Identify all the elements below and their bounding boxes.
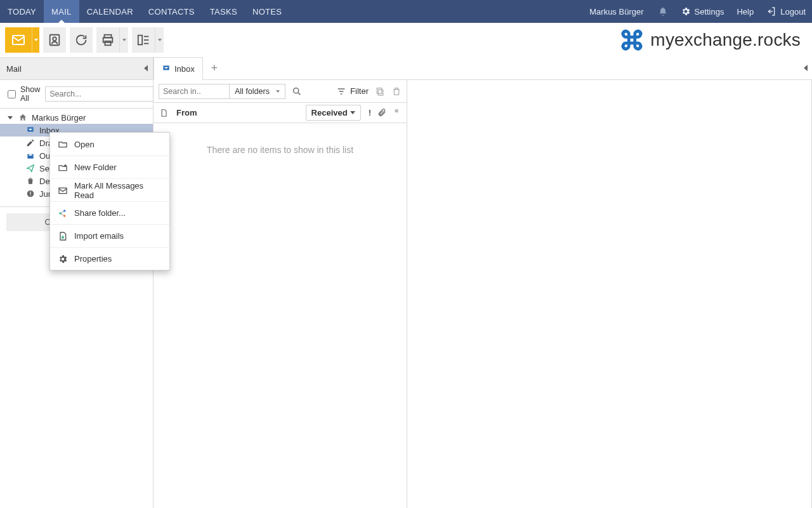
list-toolbar: All folders Filter (154, 80, 407, 103)
show-all-label: Show All (20, 85, 40, 103)
collapse-sidebar-button[interactable] (144, 64, 148, 74)
layout-dropdown[interactable] (155, 27, 164, 53)
ctx-label: Open (74, 140, 95, 149)
new-mail-dropdown[interactable] (32, 27, 39, 53)
tool-group (5, 27, 164, 53)
topnav-contacts[interactable]: CONTACTS (141, 0, 202, 23)
sidebar-search-row: Show All (0, 80, 153, 109)
copy-icon (375, 86, 385, 97)
filter-icon (336, 86, 346, 97)
brand-text: myexchange.rocks (650, 30, 801, 50)
ctx-open[interactable]: Open (50, 133, 169, 156)
new-mail-button[interactable] (5, 27, 32, 53)
ctx-label: Import emails (74, 231, 124, 241)
topnav-notes[interactable]: NOTES (245, 0, 289, 23)
column-received-label: Received (311, 108, 348, 117)
folder-open-icon (58, 139, 68, 149)
show-all-checkbox-input[interactable] (8, 90, 16, 98)
layout-button[interactable] (132, 27, 155, 53)
add-tab-button[interactable]: + (207, 57, 222, 79)
caret-down-icon (276, 90, 280, 93)
inbox-icon (162, 64, 171, 73)
topnav-calendar[interactable]: CALENDAR (79, 0, 141, 23)
sent-icon (25, 163, 36, 173)
svg-rect-11 (30, 192, 30, 195)
print-split (96, 27, 128, 53)
top-right: Markus Bürger Settings Help Logout (582, 0, 812, 23)
sidebar-search-input[interactable] (45, 86, 154, 102)
show-all-checkbox[interactable]: Show All (5, 85, 40, 103)
select-column-icon[interactable] (159, 108, 169, 118)
trash-icon (25, 176, 36, 186)
attachment-column-icon[interactable] (377, 108, 386, 117)
list-search-input[interactable] (159, 84, 229, 98)
ctx-share-folder[interactable]: Share folder... (50, 201, 169, 224)
topnav-mail[interactable]: MAIL (44, 0, 79, 23)
column-received[interactable]: Received (306, 105, 361, 121)
svg-point-23 (59, 212, 61, 214)
empty-list-message: There are no items to show in this list (154, 123, 407, 508)
notifications-button[interactable] (652, 6, 674, 17)
preview-pane (407, 80, 812, 508)
ctx-mark-read[interactable]: Mark All Messages Read (50, 178, 169, 201)
tab-inbox[interactable]: Inbox (154, 57, 203, 80)
content-body: All folders Filter (154, 80, 812, 508)
folder-context-menu: Open New Folder Mark All Messages Read S… (49, 132, 170, 271)
message-list-pane: All folders Filter (154, 80, 407, 508)
gear-icon (681, 6, 691, 17)
ctx-label: New Folder (74, 163, 116, 172)
flag-column-icon[interactable] (393, 108, 402, 117)
ctx-properties[interactable]: Properties (50, 247, 169, 270)
svg-point-24 (63, 210, 65, 211)
settings-button[interactable]: Settings (674, 6, 731, 17)
main-toolbar: myexchange.rocks (0, 23, 812, 57)
layout-split (132, 27, 164, 53)
svg-rect-19 (377, 88, 381, 93)
import-icon (58, 231, 68, 241)
ctx-label: Mark All Messages Read (74, 181, 162, 200)
gear-icon (58, 254, 68, 264)
main-area: Mail Show All Markus Bürger In (0, 57, 812, 508)
svg-point-13 (294, 88, 299, 93)
topnav-tasks[interactable]: TASKS (202, 0, 245, 23)
filter-button[interactable]: Filter (336, 86, 369, 97)
help-button[interactable]: Help (730, 7, 760, 17)
brand-logo-icon (620, 28, 644, 52)
print-button[interactable] (96, 27, 119, 53)
svg-rect-18 (378, 90, 383, 95)
topnav-today[interactable]: TODAY (0, 0, 44, 23)
top-nav: TODAY MAIL CALENDAR CONTACTS TASKS NOTES (0, 0, 289, 23)
current-user[interactable]: Markus Bürger (582, 7, 651, 17)
collapse-preview-button[interactable] (799, 57, 812, 79)
help-label: Help (737, 7, 754, 17)
search-scope-dropdown[interactable]: All folders (229, 84, 285, 98)
account-row[interactable]: Markus Bürger (0, 111, 153, 124)
column-from[interactable]: From (176, 108, 298, 117)
sort-caret-icon (350, 111, 355, 114)
account-name: Markus Bürger (32, 113, 86, 123)
caret-left-icon (144, 65, 148, 72)
search-icon (292, 86, 302, 97)
delete-button[interactable] (391, 86, 402, 97)
refresh-button[interactable] (70, 27, 93, 53)
filter-label: Filter (350, 86, 369, 96)
svg-point-25 (63, 215, 65, 217)
caret-left-icon (804, 65, 808, 71)
svg-rect-22 (59, 188, 67, 194)
priority-column-icon[interactable]: ! (369, 108, 371, 117)
copy-button[interactable] (375, 86, 385, 97)
search-scope-label: All folders (235, 87, 270, 96)
search-go-button[interactable] (289, 84, 304, 99)
ctx-label: Share folder... (74, 208, 126, 218)
logout-button[interactable]: Logout (760, 6, 812, 17)
address-book-button[interactable] (43, 27, 66, 53)
ctx-new-folder[interactable]: New Folder (50, 156, 169, 178)
drafts-icon (25, 138, 36, 148)
ctx-import-emails[interactable]: Import emails (50, 224, 169, 247)
inbox-icon (25, 125, 36, 135)
logout-label: Logout (780, 7, 806, 17)
print-dropdown[interactable] (119, 27, 128, 53)
svg-point-2 (53, 37, 56, 41)
svg-line-14 (298, 93, 300, 95)
tabs-row: Inbox + (154, 57, 812, 80)
